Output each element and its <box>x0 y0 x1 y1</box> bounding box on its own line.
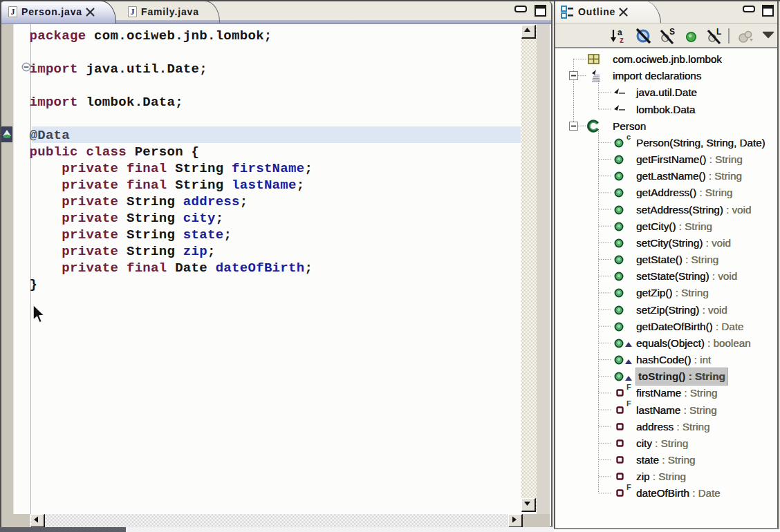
svg-text:L: L <box>716 28 721 37</box>
svg-text:S: S <box>669 28 675 37</box>
svg-text:z: z <box>620 35 624 45</box>
